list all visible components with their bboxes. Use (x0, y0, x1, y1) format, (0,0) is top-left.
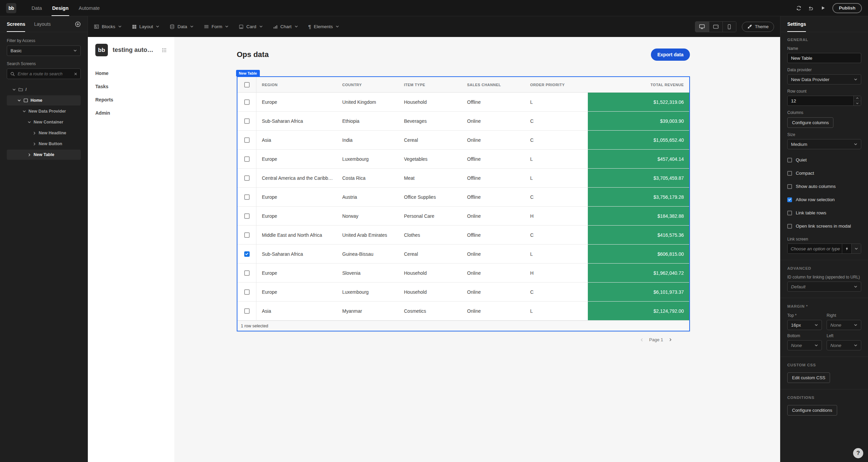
drag-handle-icon[interactable] (161, 47, 167, 53)
edit-custom-css-button[interactable]: Edit custom CSS (787, 372, 830, 383)
app-nav-link-admin[interactable]: Admin (95, 110, 167, 116)
component-menu-card[interactable]: Card (239, 24, 263, 29)
phone-preview-button[interactable] (722, 22, 736, 32)
selected-table-component[interactable]: New Table REGION COUNTRY ITEM TYPE SALES… (237, 76, 690, 331)
tree-item-new-button[interactable]: New Button (7, 139, 81, 149)
blocks-icon (94, 24, 99, 29)
chevron-down-icon (854, 142, 857, 146)
link-screen-input[interactable]: Choose an option or type (788, 244, 842, 253)
configure-columns-button[interactable]: Configure columns (787, 117, 833, 128)
tab-automate[interactable]: Automate (74, 0, 105, 16)
previous-page-button[interactable] (640, 338, 644, 342)
tree-item-new-data-provider[interactable]: New Data Provider (7, 106, 81, 116)
screen-search-input[interactable]: Enter a route to search (7, 69, 81, 79)
tab-screens[interactable]: Screens (7, 16, 25, 32)
component-menu-form[interactable]: Form (204, 24, 229, 29)
row-checkbox[interactable] (244, 232, 250, 238)
tree-item-home[interactable]: Home (7, 95, 81, 105)
cell-total-revenue: $6,101,973.37 (588, 283, 689, 301)
configure-conditions-button[interactable]: Configure conditions (787, 405, 837, 416)
app-nav-link-tasks[interactable]: Tasks (95, 84, 167, 89)
checkbox-box[interactable] (787, 171, 792, 176)
tablet-preview-button[interactable] (709, 22, 722, 32)
name-input[interactable]: New Table (787, 53, 861, 63)
size-select[interactable]: Medium (787, 139, 861, 149)
link-screen-dropdown-button[interactable] (851, 244, 861, 253)
checkbox-compact[interactable]: Compact (787, 171, 861, 176)
component-menu-elements[interactable]: ¶Elements (308, 24, 340, 29)
row-checkbox[interactable] (244, 270, 250, 276)
export-data-button[interactable]: Export data (651, 49, 690, 61)
tree-item-new-headline[interactable]: New Headline (7, 128, 81, 138)
chevron-down-icon[interactable] (17, 99, 21, 102)
tab-layouts[interactable]: Layouts (34, 16, 51, 32)
binding-bolt-button[interactable] (842, 244, 851, 253)
row-checkbox[interactable] (244, 194, 250, 200)
app-nav-link-reports[interactable]: Reports (95, 97, 167, 102)
checkbox-allow-row-selection[interactable]: Allow row selection (787, 197, 861, 202)
add-screen-button[interactable] (75, 21, 81, 27)
margin-field-top: Top *16px (787, 310, 822, 330)
row-checkbox-cell (237, 302, 256, 320)
row-checkbox[interactable] (244, 99, 250, 105)
chevron-down-icon (854, 323, 857, 327)
component-menu-blocks[interactable]: Blocks (94, 24, 122, 29)
next-page-button[interactable] (669, 338, 672, 342)
app-nav-link-home[interactable]: Home (95, 71, 167, 76)
settings-tab[interactable]: Settings (787, 16, 806, 32)
row-checkbox[interactable] (244, 118, 250, 124)
checkbox-open-link-screens-in-modal[interactable]: Open link screens in modal (787, 224, 861, 229)
component-menu-chart[interactable]: Chart (273, 24, 298, 29)
checkbox-box[interactable] (787, 184, 792, 189)
tree-item-root[interactable]: / (7, 84, 81, 95)
publish-button[interactable]: Publish (832, 3, 862, 13)
checkbox-box[interactable] (787, 224, 792, 229)
checkbox-show-auto-columns[interactable]: Show auto columns (787, 184, 861, 189)
stepper-down-button[interactable] (854, 101, 861, 106)
row-checkbox[interactable] (244, 308, 250, 314)
checkbox-link-table-rows[interactable]: Link table rows (787, 210, 861, 215)
checkbox-box[interactable] (787, 197, 792, 202)
row-checkbox[interactable] (244, 175, 250, 181)
tab-data[interactable]: Data (26, 0, 47, 16)
chevron-right-icon[interactable] (33, 142, 36, 146)
tree-item-new-container[interactable]: New Container (7, 117, 81, 127)
stepper-up-button[interactable] (854, 96, 861, 101)
margin-select-top[interactable]: 16px (787, 320, 822, 330)
tab-design[interactable]: Design (47, 0, 74, 16)
chevron-right-icon[interactable] (33, 131, 36, 135)
checkbox-box[interactable] (787, 211, 792, 215)
id-column-select[interactable]: Default (787, 282, 861, 292)
checkbox-quiet[interactable]: Quiet (787, 157, 861, 162)
theme-button[interactable]: Theme (742, 22, 774, 32)
chevron-right-icon[interactable] (27, 153, 31, 157)
access-filter-select[interactable]: Basic (7, 45, 81, 56)
row-checkbox[interactable] (244, 213, 250, 219)
component-menu-data[interactable]: Data (170, 24, 194, 29)
chevron-down-icon[interactable] (27, 120, 31, 124)
row-checkbox[interactable] (244, 289, 250, 295)
clear-icon[interactable] (74, 72, 77, 76)
tree-item-new-table[interactable]: New Table (7, 150, 81, 160)
row-count-input[interactable]: 12 (787, 96, 861, 106)
search-placeholder: Enter a route to search (18, 71, 71, 76)
margin-select-left[interactable]: None (827, 340, 861, 350)
row-checkbox[interactable] (244, 137, 250, 143)
component-menu-layout[interactable]: Layout (132, 24, 160, 29)
undo-button[interactable] (808, 5, 814, 11)
chevron-down-icon[interactable] (12, 88, 16, 92)
help-button[interactable]: ? (853, 448, 863, 458)
desktop-preview-button[interactable] (695, 22, 709, 32)
row-checkbox[interactable] (244, 251, 250, 257)
chevron-down-icon[interactable] (22, 110, 26, 113)
preview-button[interactable] (821, 5, 826, 11)
menu-label: Card (246, 24, 256, 29)
sync-button[interactable] (796, 5, 802, 11)
row-checkbox[interactable] (244, 156, 250, 162)
margin-select-right[interactable]: None (827, 320, 861, 330)
checkbox-box[interactable] (787, 158, 792, 162)
data-provider-select[interactable]: New Data Provider (787, 74, 861, 84)
budibase-logo[interactable]: bb (6, 3, 16, 13)
select-all-checkbox[interactable] (244, 82, 250, 88)
margin-select-bottom[interactable]: None (787, 340, 822, 350)
